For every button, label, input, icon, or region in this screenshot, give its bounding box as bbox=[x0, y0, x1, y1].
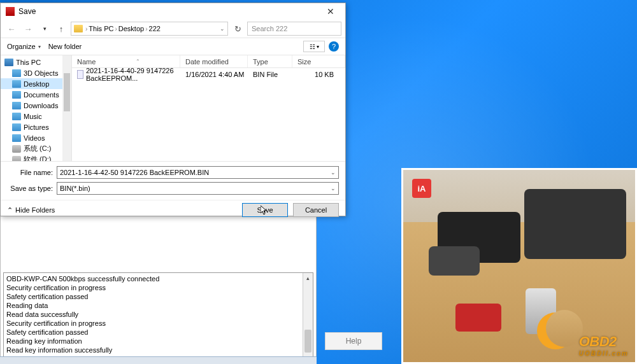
dialog-actions: ⌃ Hide Folders Save Cancel bbox=[1, 200, 345, 221]
filename-value: 2021-1-16-4-42-50 9147226 BackEEPROM.BIN bbox=[60, 169, 209, 176]
chevron-right-icon: › bbox=[145, 25, 147, 32]
save-form: File name: 2021-1-16-4-42-50 9147226 Bac… bbox=[1, 161, 345, 200]
savetype-label: Save as type: bbox=[7, 185, 57, 192]
folder-icon bbox=[12, 69, 21, 77]
recent-caret-icon[interactable]: ▾ bbox=[38, 22, 52, 36]
path-dropdown-icon[interactable]: ⌄ bbox=[220, 25, 225, 32]
background-app-window: OBD-KWP-CAN 500kbps successfully connect… bbox=[0, 213, 317, 364]
tree-item-this-pc[interactable]: This PC bbox=[1, 57, 71, 67]
view-options-button[interactable]: ☷ ▾ bbox=[303, 41, 325, 52]
new-folder-button[interactable]: New folder bbox=[48, 43, 82, 50]
titlebar[interactable]: Save ✕ bbox=[1, 3, 345, 20]
file-list[interactable]: Name⌃ Date modified Type Size 2021-1-16-… bbox=[72, 55, 345, 161]
filename-label: File name: bbox=[7, 169, 57, 176]
log-line: Security certification in progress bbox=[6, 283, 310, 292]
hide-folders-toggle[interactable]: ⌃ Hide Folders bbox=[7, 206, 55, 214]
file-size: 10 KB bbox=[292, 71, 345, 78]
scroll-thumb[interactable] bbox=[304, 330, 311, 353]
help-button[interactable]: Help bbox=[325, 332, 382, 350]
taskbar[interactable] bbox=[0, 356, 317, 364]
folder-icon bbox=[12, 80, 21, 88]
scroll-thumb[interactable] bbox=[64, 73, 70, 111]
col-type[interactable]: Type bbox=[248, 55, 292, 67]
breadcrumb[interactable]: This PC bbox=[89, 25, 113, 32]
caret-down-icon: ▾ bbox=[317, 44, 319, 50]
tree-item-music[interactable]: Music bbox=[1, 111, 71, 122]
chevron-right-icon: › bbox=[115, 25, 117, 32]
tree-label: Desktop bbox=[24, 80, 49, 88]
organize-label: Organize bbox=[7, 43, 36, 50]
folder-icon bbox=[12, 102, 21, 109]
file-row[interactable]: 2021-1-16-4-40-29 9147226 BackEEPROM... … bbox=[72, 68, 345, 81]
tree-scrollbar[interactable] bbox=[62, 55, 71, 161]
pc-icon bbox=[4, 59, 13, 66]
forward-button[interactable]: → bbox=[21, 22, 35, 36]
file-icon bbox=[77, 70, 83, 79]
dialog-title: Save bbox=[18, 7, 36, 16]
tree-item-drive-c[interactable]: 系统 (C:) bbox=[1, 143, 71, 154]
scroll-up-icon[interactable]: ▴ bbox=[303, 273, 313, 283]
save-button[interactable]: Save bbox=[242, 203, 288, 217]
drive-icon bbox=[12, 156, 21, 162]
dropdown-icon[interactable]: ⌄ bbox=[331, 169, 336, 176]
dropdown-icon[interactable]: ⌄ bbox=[331, 185, 336, 192]
tree-label: 软件 (D:) bbox=[24, 155, 51, 161]
chevron-up-icon: ⌃ bbox=[7, 206, 13, 214]
up-button[interactable]: ↑ bbox=[54, 22, 68, 36]
organize-menu[interactable]: Organize ▾ bbox=[7, 43, 41, 50]
logo-main: OBD2 bbox=[579, 333, 617, 349]
tree-item-pictures[interactable]: Pictures bbox=[1, 122, 71, 132]
tree-label: Documents bbox=[24, 91, 59, 99]
filename-input[interactable]: 2021-1-16-4-42-50 9147226 BackEEPROM.BIN… bbox=[57, 166, 339, 179]
log-line: Safety certification passed bbox=[6, 292, 310, 301]
webcam-overlay: iA OBD2 UOBDII.com bbox=[401, 168, 637, 364]
refresh-button[interactable]: ↻ bbox=[231, 22, 245, 36]
path-box[interactable]: › This PC › Desktop › 222 ⌄ bbox=[71, 22, 228, 36]
log-scrollbar[interactable]: ▴ ▾ bbox=[303, 273, 313, 364]
save-dialog: Save ✕ ← → ▾ ↑ › This PC › Desktop › 222… bbox=[0, 3, 346, 216]
nav-tree[interactable]: This PC 3D Objects Desktop Documents Dow… bbox=[1, 55, 72, 161]
watermark-logo: OBD2 UOBDII.com bbox=[579, 333, 629, 357]
col-name[interactable]: Name⌃ bbox=[72, 55, 180, 67]
column-headers[interactable]: Name⌃ Date modified Type Size bbox=[72, 55, 345, 68]
tree-label: Downloads bbox=[24, 102, 58, 109]
folder-icon bbox=[12, 134, 21, 142]
tree-item-3d-objects[interactable]: 3D Objects bbox=[1, 67, 71, 78]
tree-label: Pictures bbox=[24, 123, 49, 131]
log-line: Security certification in progress bbox=[6, 319, 310, 328]
cancel-button[interactable]: Cancel bbox=[293, 203, 339, 217]
folder-icon bbox=[74, 25, 83, 32]
close-button[interactable]: ✕ bbox=[317, 4, 344, 18]
breadcrumb[interactable]: Desktop bbox=[118, 25, 144, 32]
breadcrumb[interactable]: 222 bbox=[149, 25, 161, 32]
tree-label: 3D Objects bbox=[24, 69, 58, 77]
tree-item-downloads[interactable]: Downloads bbox=[1, 100, 71, 111]
savetype-select[interactable]: BIN(*.bin) ⌄ bbox=[57, 182, 339, 195]
search-input[interactable]: Search 222 bbox=[247, 22, 341, 36]
tree-item-desktop[interactable]: Desktop bbox=[1, 78, 71, 89]
logo-sub: UOBDII.com bbox=[579, 350, 629, 357]
tree-item-videos[interactable]: Videos bbox=[1, 132, 71, 143]
webcam-object bbox=[429, 246, 480, 276]
search-placeholder: Search 222 bbox=[252, 25, 287, 32]
chevron-right-icon: › bbox=[85, 25, 87, 32]
tree-item-documents[interactable]: Documents bbox=[1, 89, 71, 100]
app-icon bbox=[6, 7, 15, 16]
log-panel: OBD-KWP-CAN 500kbps successfully connect… bbox=[3, 272, 313, 364]
tree-label: This PC bbox=[16, 59, 41, 66]
col-size[interactable]: Size bbox=[292, 55, 345, 67]
back-button[interactable]: ← bbox=[4, 22, 18, 36]
col-date[interactable]: Date modified bbox=[180, 55, 248, 67]
savetype-value: BIN(*.bin) bbox=[60, 185, 90, 192]
toolbar: Organize ▾ New folder ☷ ▾ ? bbox=[1, 38, 345, 55]
log-line: OBD-KWP-CAN 500kbps successfully connect… bbox=[6, 274, 310, 283]
log-line: Reading key information bbox=[6, 337, 310, 346]
folder-icon bbox=[12, 123, 21, 131]
view-icon: ☷ bbox=[310, 43, 315, 50]
log-line: Safety certification passed bbox=[6, 328, 310, 337]
help-icon[interactable]: ? bbox=[329, 41, 339, 52]
tree-label: Music bbox=[24, 113, 42, 120]
tree-item-drive-d[interactable]: 软件 (D:) bbox=[1, 154, 71, 161]
log-line: Reading data bbox=[6, 301, 310, 310]
caret-down-icon: ▾ bbox=[38, 44, 41, 50]
